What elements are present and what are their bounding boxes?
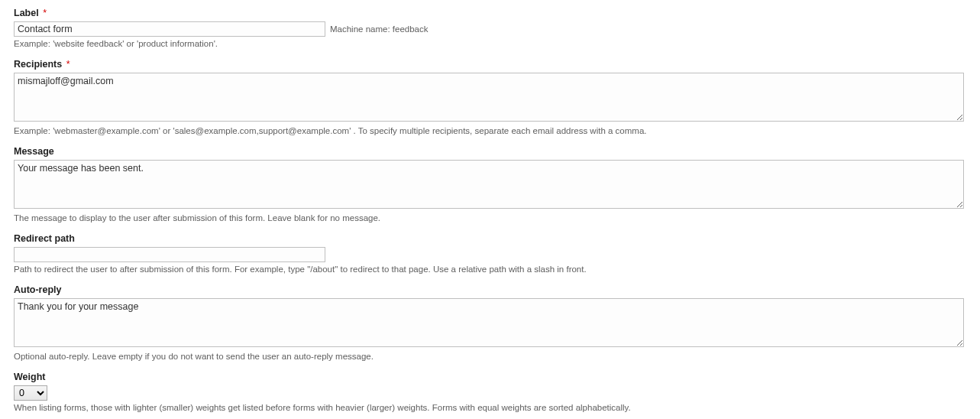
label-description: Example: 'website feedback' or 'product … — [14, 39, 966, 48]
label-input[interactable] — [14, 21, 325, 37]
machine-name-suffix[interactable]: Machine name: feedback — [330, 24, 429, 34]
weight-description: When listing forms, those with lighter (… — [14, 403, 966, 412]
message-description: The message to display to the user after… — [14, 213, 966, 222]
message-textarea[interactable] — [14, 160, 964, 209]
redirect-path-field-item: Redirect path Path to redirect the user … — [14, 233, 966, 274]
recipients-label-text: Recipients — [14, 59, 62, 70]
weight-label-text: Weight — [14, 372, 45, 382]
auto-reply-textarea[interactable] — [14, 298, 964, 347]
machine-name-prefix: Machine name: — [330, 24, 393, 34]
redirect-path-description: Path to redirect the user to after submi… — [14, 265, 966, 274]
redirect-path-label-text: Redirect path — [14, 233, 75, 244]
redirect-path-input[interactable] — [14, 247, 325, 262]
message-label-text: Message — [14, 146, 54, 157]
auto-reply-description: Optional auto-reply. Leave empty if you … — [14, 352, 966, 361]
auto-reply-label-text: Auto-reply — [14, 284, 62, 295]
redirect-path-label: Redirect path — [14, 233, 966, 244]
message-label: Message — [14, 146, 966, 157]
machine-name-value: feedback — [393, 24, 429, 34]
recipients-field-item: Recipients * Example: 'webmaster@example… — [14, 59, 966, 135]
recipients-textarea[interactable] — [14, 73, 964, 122]
auto-reply-label: Auto-reply — [14, 284, 966, 295]
label-field-label-text: Label — [14, 8, 39, 18]
auto-reply-field-item: Auto-reply Optional auto-reply. Leave em… — [14, 284, 966, 361]
label-field-item: Label * Machine name: feedback Example: … — [14, 8, 966, 48]
required-marker: * — [43, 8, 47, 18]
required-marker: * — [66, 59, 70, 70]
label-field-label: Label * — [14, 8, 966, 18]
label-input-row: Machine name: feedback — [14, 21, 966, 37]
weight-label: Weight — [14, 372, 966, 382]
weight-field-item: Weight 0 When listing forms, those with … — [14, 372, 966, 412]
recipients-label: Recipients * — [14, 59, 966, 70]
weight-select[interactable]: 0 — [14, 385, 47, 401]
message-field-item: Message The message to display to the us… — [14, 146, 966, 222]
recipients-description: Example: 'webmaster@example.com' or 'sal… — [14, 126, 966, 135]
